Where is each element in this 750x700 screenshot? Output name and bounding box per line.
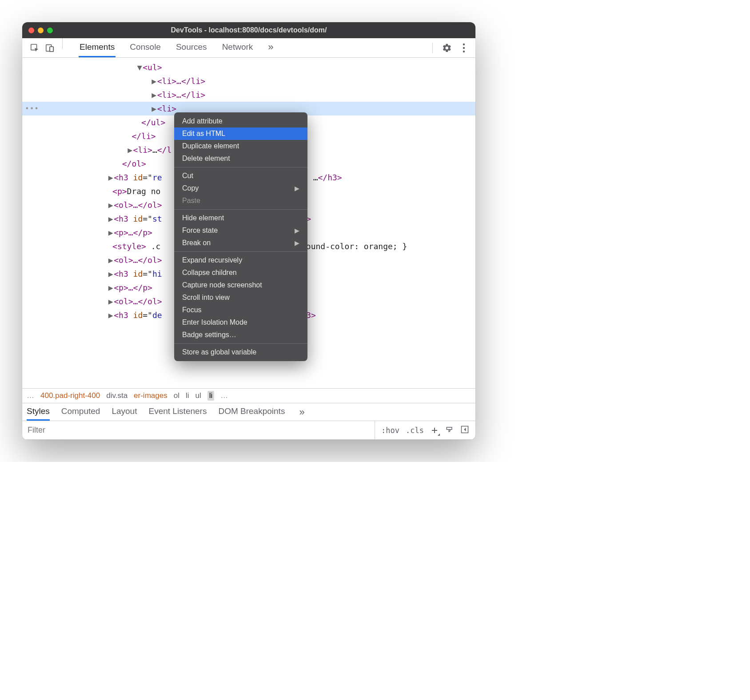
dom-tag[interactable]: <li>…</li>: [157, 76, 205, 86]
dom-tag[interactable]: <li>: [157, 104, 176, 113]
main-toolbar: Elements Console Sources Network »: [22, 38, 475, 58]
dom-tag[interactable]: <p>…</p>: [114, 283, 152, 292]
ctx-break-on[interactable]: Break on▶: [174, 237, 307, 249]
dom-tag[interactable]: </ol>: [122, 159, 146, 168]
styles-tab-dom-breakpoints[interactable]: DOM Breakpoints: [218, 403, 285, 421]
svg-point-6: [463, 50, 465, 52]
breadcrumb-overflow-right[interactable]: …: [220, 391, 228, 400]
chevron-right-icon: ▶: [295, 227, 299, 234]
breadcrumb-overflow-left[interactable]: …: [27, 391, 34, 400]
tab-console[interactable]: Console: [129, 38, 162, 57]
ctx-separator: [174, 343, 307, 344]
tab-network[interactable]: Network: [221, 38, 254, 57]
svg-rect-2: [50, 47, 53, 52]
new-style-rule-button[interactable]: [430, 426, 439, 435]
ctx-collapse-children[interactable]: Collapse children: [174, 266, 307, 279]
window-title: DevTools - localhost:8080/docs/devtools/…: [22, 26, 475, 34]
breadcrumb-item[interactable]: er-images: [134, 391, 168, 400]
minimize-window-button[interactable]: [38, 28, 44, 33]
ctx-scroll-into-view[interactable]: Scroll into view: [174, 291, 307, 304]
ctx-paste: Paste: [174, 195, 307, 207]
ctx-cut[interactable]: Cut: [174, 170, 307, 182]
tab-more[interactable]: »: [267, 38, 274, 57]
ctx-copy[interactable]: Copy▶: [174, 182, 307, 195]
dom-tag[interactable]: <ol>…</ol>: [114, 200, 162, 210]
dom-tag[interactable]: <ol>…</ol>: [114, 255, 162, 265]
breadcrumb-item[interactable]: div.sta: [106, 391, 128, 400]
ctx-focus[interactable]: Focus: [174, 304, 307, 316]
tab-elements[interactable]: Elements: [79, 38, 116, 57]
chevron-right-icon: ▶: [295, 185, 299, 192]
close-window-button[interactable]: [28, 28, 34, 33]
titlebar: DevTools - localhost:8080/docs/devtools/…: [22, 22, 475, 38]
hov-toggle[interactable]: :hov: [381, 426, 399, 435]
dom-tag[interactable]: </li>: [132, 131, 156, 141]
computed-sidebar-toggle-icon[interactable]: [460, 425, 469, 436]
ctx-capture-screenshot[interactable]: Capture node screenshot: [174, 279, 307, 291]
ctx-separator: [174, 209, 307, 210]
styles-tab-layout[interactable]: Layout: [112, 403, 137, 421]
styles-filter-input[interactable]: [22, 421, 375, 439]
styles-tabs: Styles Computed Layout Event Listeners D…: [22, 403, 475, 421]
dom-tag[interactable]: <li>…</li>: [157, 90, 205, 99]
dom-tag[interactable]: <ul>: [143, 63, 162, 72]
panel-tabs: Elements Console Sources Network »: [79, 38, 275, 57]
toolbar-separator-right: [432, 43, 433, 53]
svg-point-5: [463, 47, 465, 48]
svg-point-4: [463, 43, 465, 45]
ctx-hide-element[interactable]: Hide element: [174, 212, 307, 224]
dom-tag[interactable]: <ol>…</ol>: [114, 297, 162, 306]
breadcrumb[interactable]: … 400.pad-right-400 div.sta er-images ol…: [22, 388, 475, 403]
chevron-right-icon: ▶: [295, 239, 299, 247]
ctx-store-global[interactable]: Store as global variable: [174, 346, 307, 358]
ctx-badge-settings[interactable]: Badge settings…: [174, 329, 307, 341]
styles-tab-styles[interactable]: Styles: [27, 403, 50, 421]
breadcrumb-item[interactable]: ol: [174, 391, 180, 400]
settings-icon[interactable]: [441, 42, 453, 54]
traffic-lights: [28, 28, 53, 33]
styles-tab-computed[interactable]: Computed: [61, 403, 100, 421]
cls-toggle[interactable]: .cls: [406, 426, 424, 435]
ctx-delete-element[interactable]: Delete element: [174, 152, 307, 165]
styles-tab-event-listeners[interactable]: Event Listeners: [148, 403, 207, 421]
selected-indicator: •••: [25, 102, 39, 115]
paint-brush-icon[interactable]: [445, 425, 454, 436]
kebab-menu-icon[interactable]: [458, 42, 470, 54]
ctx-duplicate-element[interactable]: Duplicate element: [174, 140, 307, 152]
toolbar-separator: [62, 38, 63, 49]
breadcrumb-item[interactable]: 400.pad-right-400: [40, 391, 100, 400]
breadcrumb-item[interactable]: li: [186, 391, 189, 400]
ctx-edit-as-html[interactable]: Edit as HTML: [174, 127, 307, 140]
inspect-icon[interactable]: [28, 42, 41, 54]
ctx-separator: [174, 167, 307, 167]
styles-tab-more[interactable]: »: [296, 403, 307, 421]
ctx-separator: [174, 251, 307, 252]
device-toggle-icon[interactable]: [44, 42, 56, 54]
tab-sources[interactable]: Sources: [175, 38, 208, 57]
ctx-isolation-mode[interactable]: Enter Isolation Mode: [174, 316, 307, 329]
dom-tag[interactable]: </ul>: [141, 118, 165, 127]
ctx-expand-recursively[interactable]: Expand recursively: [174, 254, 307, 266]
styles-filter-row: :hov .cls: [22, 421, 475, 440]
maximize-window-button[interactable]: [47, 28, 53, 33]
context-menu: Add attribute Edit as HTML Duplicate ele…: [174, 112, 307, 361]
devtools-window: DevTools - localhost:8080/docs/devtools/…: [22, 22, 475, 440]
breadcrumb-selected[interactable]: li: [207, 391, 215, 401]
ctx-add-attribute[interactable]: Add attribute: [174, 115, 307, 127]
breadcrumb-item[interactable]: ul: [195, 391, 201, 400]
dom-tag[interactable]: <p>…</p>: [114, 228, 152, 237]
ctx-force-state[interactable]: Force state▶: [174, 224, 307, 237]
